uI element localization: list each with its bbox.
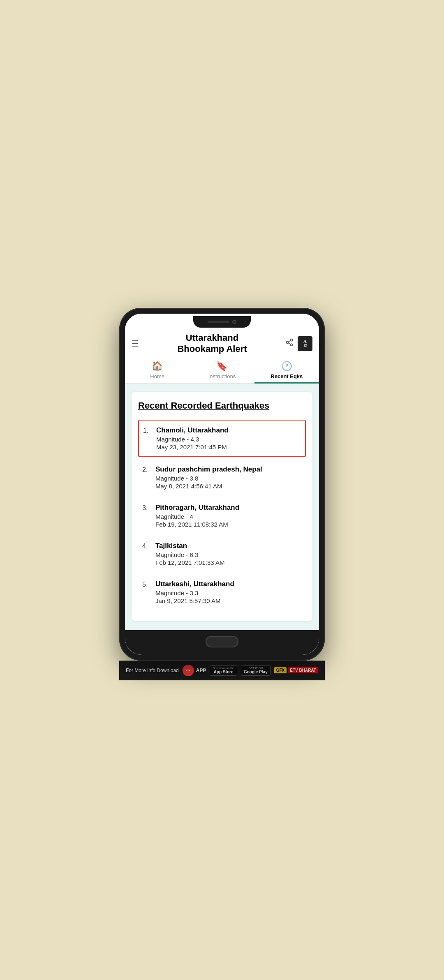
eq-location-5: Uttarkashi, Uttarakhand [155, 580, 302, 588]
svg-line-3 [288, 343, 291, 344]
history-icon: 🕐 [281, 361, 292, 372]
tab-instructions[interactable]: 🔖 Instructions [190, 358, 254, 383]
eq-date-4: Feb 12, 2021 7:01:33 AM [155, 559, 302, 566]
eq-magnitude-1: Magnitude - 4.3 [156, 436, 301, 443]
eq-magnitude-5: Magnitude - 3.3 [155, 589, 302, 596]
earthquake-item-2[interactable]: 2. Sudur pashchim pradesh, Nepal Magnitu… [138, 460, 306, 495]
earthquake-list: 1. Chamoli, Uttarakhand Magnitude - 4.3 … [138, 420, 306, 610]
section-title: Recent Recorded Earthquakes [138, 400, 306, 412]
menu-icon[interactable]: ☰ [132, 339, 139, 349]
home-button-bar [125, 630, 319, 655]
eq-magnitude-2: Magnitude - 3.8 [155, 475, 302, 482]
eq-number-2: 2. [142, 465, 155, 474]
header-icons: A अ [285, 336, 312, 351]
home-icon: 🏠 [152, 361, 163, 372]
eq-location-1: Chamoli, Uttarakhand [156, 426, 301, 435]
share-icon[interactable] [285, 338, 294, 349]
header-title: Uttarakhand Bhookamp Alert [139, 333, 285, 354]
earthquake-item-1[interactable]: 1. Chamoli, Uttarakhand Magnitude - 4.3 … [138, 420, 306, 457]
eq-details-2: Sudur pashchim pradesh, Nepal Magnitude … [155, 465, 302, 490]
eq-number-3: 3. [142, 504, 155, 512]
phone-wrapper: ☰ Uttarakhand Bhookamp Alert [111, 308, 333, 680]
tab-bar: 🏠 Home 🔖 Instructions 🕐 Recent Eqks [125, 358, 319, 384]
instructions-icon: 🔖 [216, 361, 227, 372]
phone-outer: ☰ Uttarakhand Bhookamp Alert [119, 308, 325, 661]
etvbharat-badge: ETV BHARAT [288, 667, 318, 673]
eq-location-4: Tajikistan [155, 542, 302, 550]
eq-date-3: Feb 19, 2021 11:08:32 AM [155, 521, 302, 528]
earthquake-item-4[interactable]: 4. Tajikistan Magnitude - 6.3 Feb 12, 20… [138, 536, 306, 572]
app-title: Uttarakhand Bhookamp Alert [139, 333, 285, 354]
earthquake-item-5[interactable]: 5. Uttarkashi, Uttarakhand Magnitude - 3… [138, 574, 306, 610]
app-screen: ☰ Uttarakhand Bhookamp Alert [125, 328, 319, 630]
translate-button[interactable]: A अ [298, 336, 312, 351]
earthquake-item-3[interactable]: 3. Pithoragarh, Uttarakhand Magnitude - … [138, 498, 306, 534]
banner-app-section: etv APP [183, 665, 206, 676]
tab-recent-eqks[interactable]: 🕐 Recent Eqks [254, 358, 319, 383]
bottom-banner: For More Info Download etv APP Download … [119, 661, 325, 680]
eq-date-5: Jan 9, 2021 5:57:30 AM [155, 597, 302, 604]
app-label: APP [196, 668, 206, 673]
eq-magnitude-3: Magnitude - 4 [155, 513, 302, 520]
eq-number-4: 4. [142, 542, 155, 550]
eq-details-1: Chamoli, Uttarakhand Magnitude - 4.3 May… [156, 426, 301, 451]
app-icon: etv [183, 665, 194, 676]
eq-number-5: 5. [142, 580, 155, 588]
eq-number-1: 1. [143, 426, 156, 435]
google-play-line1: GET IT ON [248, 667, 263, 670]
notch-cutout [193, 316, 251, 328]
svg-line-4 [288, 340, 291, 342]
svg-point-0 [291, 339, 293, 341]
app-header: ☰ Uttarakhand Bhookamp Alert [125, 328, 319, 354]
speaker [208, 321, 229, 323]
gfx-badge: GFX [274, 667, 287, 673]
home-button[interactable] [206, 636, 238, 647]
tab-home-label: Home [150, 373, 164, 379]
tab-instructions-label: Instructions [208, 373, 236, 379]
google-play-line2: Google Play [244, 670, 268, 674]
front-camera [232, 320, 236, 324]
main-content: Recent Recorded Earthquakes 1. Chamoli, … [125, 384, 319, 630]
app-store-line2: App Store [214, 670, 234, 674]
brand-badges: GFX ETV BHARAT [274, 667, 318, 673]
svg-point-1 [287, 342, 289, 344]
eq-date-1: May 23, 2021 7:01:45 PM [156, 444, 301, 451]
eq-location-2: Sudur pashchim pradesh, Nepal [155, 465, 302, 474]
app-store-line1: Download on the [213, 667, 234, 670]
eq-date-2: May 8, 2021 4:56:41 AM [155, 483, 302, 490]
phone-screen: ☰ Uttarakhand Bhookamp Alert [125, 314, 319, 655]
tab-home[interactable]: 🏠 Home [125, 358, 190, 383]
eq-location-3: Pithoragarh, Uttarakhand [155, 504, 302, 512]
eq-details-5: Uttarkashi, Uttarakhand Magnitude - 3.3 … [155, 580, 302, 604]
eq-details-4: Tajikistan Magnitude - 6.3 Feb 12, 2021 … [155, 542, 302, 566]
tab-recent-label: Recent Eqks [271, 373, 303, 379]
banner-text: For More Info Download [126, 668, 179, 673]
content-card: Recent Recorded Earthquakes 1. Chamoli, … [132, 392, 312, 621]
svg-point-2 [291, 344, 293, 346]
eq-details-3: Pithoragarh, Uttarakhand Magnitude - 4 F… [155, 504, 302, 528]
phone-notch [125, 314, 319, 328]
eq-magnitude-4: Magnitude - 6.3 [155, 551, 302, 558]
google-play-button[interactable]: GET IT ON Google Play [241, 665, 271, 676]
app-store-button[interactable]: Download on the App Store [210, 665, 237, 676]
